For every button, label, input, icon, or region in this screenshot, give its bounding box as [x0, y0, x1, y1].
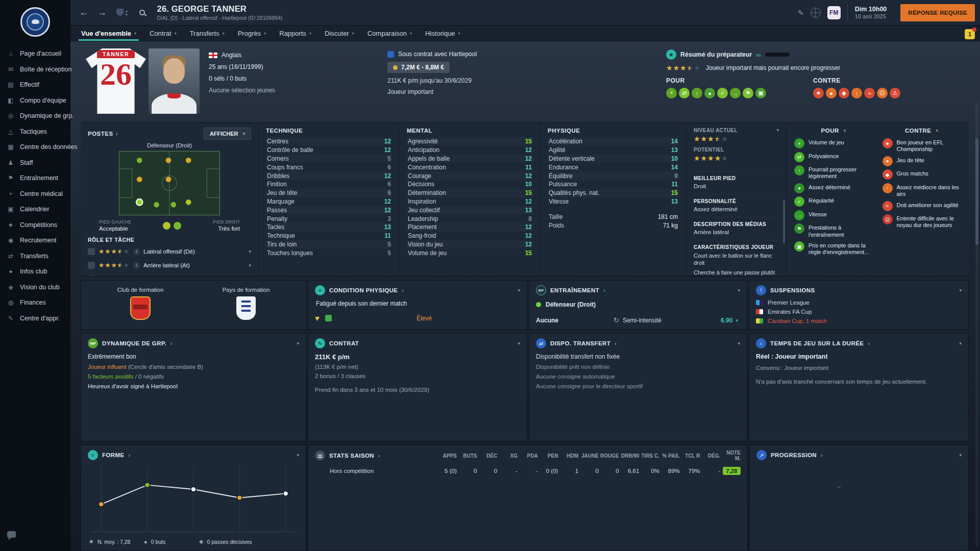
tab-label: Progrès: [238, 30, 261, 37]
sidebar-item-scouting[interactable]: ◉Recrutement: [0, 233, 70, 248]
condition-link[interactable]: CONDITION PHYSIQUE: [329, 287, 398, 293]
stats-value: 6,61: [619, 468, 640, 474]
player-value[interactable]: 7,2M € - 8,8M €: [387, 62, 450, 73]
sidebar-item-inbox[interactable]: ✉Boîte de réception: [0, 62, 70, 78]
scrollbar-thumb[interactable]: [975, 138, 978, 245]
tab-progr-s[interactable]: Progrès▾: [231, 26, 273, 41]
attribute-name: Accélération: [549, 138, 582, 145]
tab-historique[interactable]: Historique▾: [419, 26, 467, 41]
attribute-name: Agressivité: [408, 138, 438, 145]
form-link[interactable]: FORME: [102, 452, 125, 458]
attribute-value: 12: [525, 223, 532, 231]
dynamics-link[interactable]: DYNAMIQUE DE GRP.: [102, 340, 166, 346]
stats-link[interactable]: STATS SAISON: [329, 453, 374, 459]
sidebar-item-home[interactable]: ⌂Page d'accueil: [0, 46, 70, 62]
collapse-chevron-icon[interactable]: ▾: [518, 288, 520, 293]
squad-status: Joueur important: [387, 88, 515, 95]
sidebar-item-training[interactable]: ⚑Entraînement: [0, 170, 70, 186]
competition-name: Premier League: [768, 299, 810, 306]
manchester-united-crest[interactable]: [130, 296, 151, 320]
stats-col-header: PEN: [538, 453, 558, 459]
physique-extra: Taille181 cmPoids71 kg: [548, 212, 679, 230]
playing-time-link[interactable]: TEMPS DE JEU SUR LA DURÉE: [770, 340, 864, 346]
notification-badge[interactable]: 1: [965, 29, 975, 39]
collapse-chevron-icon[interactable]: ▾: [738, 341, 740, 346]
collapse-chevron-icon[interactable]: ▾: [297, 341, 299, 346]
tab-contrat[interactable]: Contrat▾: [143, 26, 183, 41]
link-icon[interactable]: ∞: [756, 51, 761, 59]
club-switcher[interactable]: ▴▾: [112, 9, 132, 17]
sidebar-item-dynamics[interactable]: ◎Dynamique de grp.: [0, 108, 70, 124]
sidebar-item-data-hub[interactable]: ▦Centre des données: [0, 139, 70, 155]
sidebar-item-calendar[interactable]: ▣Calendrier: [0, 202, 70, 217]
scrollbar[interactable]: [975, 103, 978, 547]
progression-link[interactable]: PROGRESSION: [771, 452, 817, 458]
role-row[interactable]: ★★★★★★★★★★iLatéral offensif complet (So)…: [88, 272, 251, 276]
chat-bubble-icon[interactable]: [7, 531, 16, 538]
sidebar-item-club-vision[interactable]: ◈Vision du club: [0, 280, 70, 295]
sidebar-item-competitions[interactable]: ★Compétitions: [0, 217, 70, 233]
collapse-chevron-icon[interactable]: ▾: [959, 341, 962, 346]
pour-title: POUR: [821, 128, 839, 134]
globe-icon[interactable]: [811, 8, 821, 18]
role-row[interactable]: ★★★★★★★★★★iLatéral offensif (Dé)▾: [88, 244, 251, 258]
edit-icon[interactable]: ✎: [798, 9, 804, 17]
tab-rapports[interactable]: Rapports▾: [273, 26, 318, 41]
transfer-status-link[interactable]: DISPO. TRANSFERT: [550, 340, 610, 346]
back-button[interactable]: ←: [76, 4, 92, 21]
attribute-row: Technique11: [266, 232, 392, 240]
stats-value: -: [518, 468, 538, 474]
collapse-chevron-icon[interactable]: ▾: [518, 341, 520, 346]
england-crest[interactable]: [236, 296, 256, 320]
coin-icon: [393, 65, 398, 70]
sidebar-item-label: Centre d'appr.: [20, 315, 60, 322]
sidebar-item-squad[interactable]: ▤Effectif: [0, 77, 70, 93]
sidebar-item-lineup[interactable]: ◧Compo d'équipe: [0, 93, 70, 109]
sidebar-item-staff[interactable]: ♟Staff: [0, 155, 70, 171]
sidebar-item-medical[interactable]: +Centre médical: [0, 186, 70, 202]
sidebar-item-finances[interactable]: ◍Finances: [0, 295, 70, 311]
collapse-chevron-icon[interactable]: ▾: [776, 128, 779, 133]
fm-app: ⌂Page d'accueil✉Boîte de réception▤Effec…: [0, 0, 980, 551]
pros-cons-label: Volume de jeu: [808, 138, 844, 146]
role-row[interactable]: ★★★★★★★★★★iArrière latéral (At)▾: [88, 258, 251, 272]
sidebar-item-dev-centre[interactable]: ✎Centre d'appr.: [0, 311, 70, 327]
tab-comparaison[interactable]: Comparaison▾: [361, 26, 419, 41]
search-button[interactable]: [134, 4, 151, 21]
postes-link[interactable]: POSTES ›: [88, 131, 118, 137]
tab-vue-d-ensemble[interactable]: Vue d'ensemble▾: [75, 26, 143, 41]
attribute-value: 14: [671, 164, 678, 171]
position-dot: [166, 177, 172, 182]
sidebar-item-transfers[interactable]: ⇄Transferts: [0, 248, 70, 264]
attribute-value: 12: [384, 198, 391, 205]
collapse-chevron-icon[interactable]: ▾: [936, 128, 939, 133]
pros-cons-label: Bon joueur en EFL Championship: [897, 138, 962, 153]
tab-discuter[interactable]: Discuter▾: [318, 26, 361, 41]
contract-link[interactable]: CONTRAT: [329, 340, 359, 346]
response-required-button[interactable]: RÉPONSE REQUISE: [900, 4, 975, 21]
chevron-down-icon[interactable]: ▾: [249, 263, 251, 268]
attribute-value: 11: [671, 181, 678, 188]
hartlepool-crest[interactable]: [0, 0, 70, 44]
date-display[interactable]: Dim 10h00 10 aoû 2025: [847, 4, 894, 21]
sidebar-item-club-info[interactable]: ●Infos club: [0, 264, 70, 280]
afficher-dropdown[interactable]: AFFICHER ▾: [204, 128, 251, 140]
chevron-down-icon[interactable]: ▾: [249, 249, 251, 254]
club-info-icon: ●: [7, 268, 15, 275]
sidebar-item-tactics[interactable]: △Tactiques: [0, 124, 70, 140]
collapse-chevron-icon[interactable]: ▾: [738, 288, 740, 293]
pros-cons-item: ★Bon joueur en EFL Championship: [883, 138, 962, 153]
collapse-chevron-icon[interactable]: ▾: [959, 453, 962, 458]
tab-transferts[interactable]: Transferts▾: [183, 26, 231, 41]
forward-button[interactable]: →: [94, 4, 110, 21]
scout-pour: POUR ⚡⇄↑●✓→⚑▣: [666, 77, 813, 98]
training-rating[interactable]: 6.90 ▾: [721, 317, 740, 324]
attribute-row: Passes12: [266, 206, 392, 214]
training-link[interactable]: ENTRAÎNEMENT: [550, 287, 599, 293]
collapse-chevron-icon[interactable]: ▾: [959, 288, 962, 293]
collapse-chevron-icon[interactable]: ▾: [297, 453, 299, 458]
role-list: ★★★★★★★★★★iLatéral offensif (Dé)▾★★★★★★★…: [88, 244, 251, 276]
suspensions-link[interactable]: SUSPENSIONS: [770, 287, 815, 293]
collapse-chevron-icon[interactable]: ▾: [844, 128, 846, 133]
attribute-value: 12: [384, 207, 391, 214]
